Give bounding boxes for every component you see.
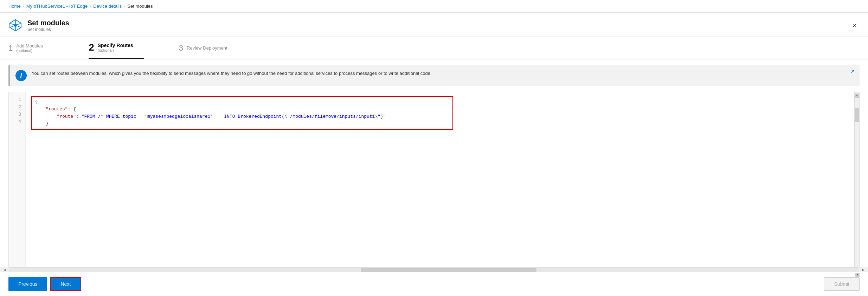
step-sep-2 <box>147 48 175 48</box>
previous-button[interactable]: Previous <box>8 277 47 291</box>
code-editor-container: 1 2 3 4 { "routes": { "route": "FROM /* … <box>8 92 860 268</box>
panel-subtitle: Set modules <box>27 27 69 32</box>
line-num-4: 4 <box>13 118 21 126</box>
vertical-scrollbar[interactable]: ▲ ▼ <box>854 92 859 267</box>
h-scrollbar-track[interactable] <box>9 268 859 272</box>
step-1[interactable]: 1 Add Modules (optional) <box>8 37 53 59</box>
info-banner: i You can set routes between modules, wh… <box>8 65 860 86</box>
info-icon: i <box>15 70 27 81</box>
line-numbers: 1 2 3 4 <box>9 92 26 267</box>
step-2-number: 2 <box>89 43 94 52</box>
step-2-sublabel: (optional) <box>98 48 133 52</box>
bottom-left-buttons: Previous Next <box>8 277 81 291</box>
bottom-bar: Previous Next Submit <box>0 272 868 296</box>
line-num-3: 3 <box>13 111 21 118</box>
breadcrumb-sep-1: › <box>23 4 24 9</box>
step-sep-1 <box>57 48 85 48</box>
info-banner-text: You can set routes between modules, whic… <box>32 70 854 77</box>
steps-bar: 1 Add Modules (optional) 2 Specify Route… <box>0 37 868 59</box>
step-2-labels: Specify Routes (optional) <box>98 43 133 52</box>
code-area[interactable]: 1 2 3 4 { "routes": { "route": "FROM /* … <box>9 92 859 267</box>
step-3[interactable]: 3 Review Deployment <box>179 37 238 59</box>
code-content[interactable]: { "routes": { "route": "FROM /* WHERE to… <box>26 92 854 267</box>
step-3-number: 3 <box>179 44 183 52</box>
breadcrumb-iot-edge[interactable]: MyIoTHubService1 - IoT Edge <box>26 4 88 9</box>
step-3-labels: Review Deployment <box>187 45 227 51</box>
code-line-4: } <box>35 120 450 128</box>
step-1-labels: Add Modules (optional) <box>16 43 43 53</box>
breadcrumb-sep-2: › <box>90 4 91 9</box>
code-line-3: "route": "FROM /* WHERE topic = 'myasesm… <box>35 113 450 121</box>
external-link-icon[interactable]: ↗ <box>850 69 855 74</box>
step-1-label: Add Modules <box>16 43 43 49</box>
panel-title-block: Set modules Set modules <box>27 19 69 32</box>
horizontal-scrollbar[interactable]: ◄ ► <box>0 268 868 272</box>
step-1-sublabel: (optional) <box>16 49 43 53</box>
h-scrollbar-thumb[interactable] <box>361 268 536 272</box>
panel-title: Set modules <box>27 19 69 27</box>
code-line-1: { <box>35 98 450 106</box>
step-3-label: Review Deployment <box>187 45 227 51</box>
code-line-2: "routes": { <box>35 106 450 113</box>
step-2[interactable]: 2 Specify Routes (optional) <box>89 37 144 59</box>
close-button[interactable]: × <box>850 20 860 30</box>
step-2-label: Specify Routes <box>98 43 133 48</box>
breadcrumb-home[interactable]: Home <box>8 4 21 9</box>
scroll-left-arrow[interactable]: ◄ <box>1 268 8 272</box>
line-num-2: 2 <box>13 104 21 111</box>
main-content: i You can set routes between modules, wh… <box>0 59 868 272</box>
step-1-number: 1 <box>8 44 13 52</box>
panel-header: Set modules Set modules × <box>0 13 868 37</box>
azure-icon <box>8 18 22 32</box>
scrollbar-thumb[interactable] <box>855 108 859 122</box>
breadcrumb-device-details[interactable]: Device details <box>93 4 122 9</box>
line-num-1: 1 <box>13 96 21 104</box>
panel-header-left: Set modules Set modules <box>8 18 69 32</box>
breadcrumb-sep-3: › <box>124 4 125 9</box>
next-button[interactable]: Next <box>50 277 81 291</box>
info-letter: i <box>20 72 22 79</box>
breadcrumb-current: Set modules <box>127 4 153 9</box>
svg-point-5 <box>14 24 17 27</box>
submit-button: Submit <box>824 277 860 291</box>
scroll-right-arrow[interactable]: ► <box>860 268 867 272</box>
breadcrumb: Home › MyIoTHubService1 - IoT Edge › Dev… <box>0 0 868 13</box>
